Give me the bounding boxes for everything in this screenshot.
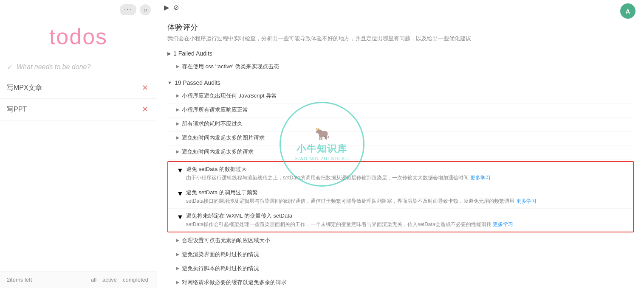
failed-audits-header[interactable]: ▶ 1 Failed Audits [167, 50, 634, 57]
passed-audits-header[interactable]: ▼ 19 Passed Audits [167, 79, 634, 86]
audit-item-content: 合理设置可点击元素的响应区域大小 [182, 237, 634, 245]
learn-more-link[interactable]: 更多学习 [493, 221, 513, 227]
top-bar: ··· ○ [0, 0, 157, 20]
audit-item-title: 避免渲染界面的耗时过长的情况 [182, 251, 634, 258]
section-desc: 我们会在小程序运行过程中实时检查，分析出一些可能导致体验不好的地方，并且定位出哪… [167, 35, 634, 42]
audit-item-content: 所有请求的耗时不应过久 [182, 120, 634, 129]
audit-item-title: 避免将未绑定在 WXML 的变量传入 setData [186, 212, 626, 220]
audit-item-title: 避免 setData 的调用过于频繁 [186, 189, 626, 196]
audit-item[interactable]: ▶ 对网络请求做必要的缓存以避免多余的请求 [167, 276, 634, 288]
stop-button[interactable]: ⊘ [173, 3, 179, 11]
audit-item-title: 避免执行脚本的耗时过长的情况 [182, 265, 634, 272]
audit-item[interactable]: ▶ 避免短时间内发起太多的图片请求 [167, 131, 634, 145]
user-avatar[interactable]: A [620, 3, 636, 19]
check-icon: ✓ [7, 62, 13, 72]
audit-item-setdata-freq[interactable]: ▼ 避免 setData 的调用过于频繁 setData接口的调用涉及逻辑层与渲… [168, 185, 633, 209]
audit-item-setdata-size[interactable]: ▼ 避免 setData 的数据过大 由于小程序运行逻辑线程与渲染线程之上，se… [168, 162, 633, 185]
play-button[interactable]: ▶ [164, 3, 169, 11]
expand-arrow: ▶ [176, 107, 179, 112]
audit-item-content: 小程序应避免出现任何 JavaScript 异常 [182, 92, 634, 101]
audit-item[interactable]: ▶ 小程序应避免出现任何 JavaScript 异常 [167, 89, 634, 103]
delete-button[interactable]: ✕ [140, 105, 150, 114]
audit-item-content: 避免将未绑定在 WXML 的变量传入 setData setData操作会引起框… [186, 212, 626, 228]
audit-item-content: 小程序所有请求应响应正常 [182, 106, 634, 115]
filter-buttons: all active completed [89, 276, 150, 284]
audit-item-content: 存在使用 css ':active' 伪类来实现点击态 [182, 63, 634, 71]
expand-arrow: ▼ [177, 213, 184, 221]
audit-item-content: 对网络请求做必要的缓存以避免多余的请求 [182, 279, 634, 287]
audit-item-title: 小程序应避免出现任何 JavaScript 异常 [182, 92, 634, 100]
audit-item-title: 存在使用 css ':active' 伪类来实现点击态 [182, 63, 634, 70]
expand-arrow: ▼ [167, 80, 172, 85]
audit-item-title: 合理设置可点击元素的响应区域大小 [182, 237, 634, 244]
right-panel: ▶ ⊘ A 体验评分 我们会在小程序运行过程中实时检查，分析出一些可能导致体验不… [157, 0, 644, 288]
audit-item-content: 避免渲染界面的耗时过长的情况 [182, 251, 634, 259]
learn-more-link[interactable]: 更多学习 [516, 198, 537, 204]
todo-item: 写PPT ✕ [0, 99, 157, 120]
input-area[interactable]: ✓ What needs to be done? [0, 57, 157, 77]
expand-arrow: ▶ [176, 64, 179, 69]
dots-button[interactable]: ··· [120, 4, 136, 15]
audit-item[interactable]: ▶ 避免短时间内发起太多的请求 [167, 145, 634, 159]
footer-bar: 2items left all active completed [0, 271, 157, 288]
expand-arrow: ▶ [176, 149, 179, 154]
expand-arrow: ▶ [176, 93, 179, 98]
todo-item-text: 写MPX文章 [7, 84, 140, 92]
audit-item-desc: setData操作会引起框架处理一些渲染层面相关的工作，一个未绑定的变量意味着与… [186, 221, 626, 228]
audit-item[interactable]: ▶ 所有请求的耗时不应过久 [167, 117, 634, 131]
input-placeholder: What needs to be done? [17, 63, 90, 71]
audit-item-title: 小程序所有请求应响应正常 [182, 106, 634, 114]
audit-item-content: 避免 setData 的数据过大 由于小程序运行逻辑线程与渲染线程之上，setD… [186, 165, 626, 182]
expand-arrow: ▶ [167, 51, 171, 56]
left-panel: ··· ○ todos ✓ What needs to be done? 写MP… [0, 0, 157, 288]
audit-item-desc: 由于小程序运行逻辑线程与渲染线程之上，setData的调用会把数据从逻辑层传输到… [186, 174, 626, 182]
audit-item[interactable]: ▶ 避免执行脚本的耗时过长的情况 [167, 262, 634, 276]
toolbar: ▶ ⊘ A [157, 0, 644, 15]
expand-arrow: ▼ [177, 190, 184, 198]
failed-audits-count: 1 Failed Audits [173, 50, 212, 57]
todo-item: 写MPX文章 ✕ [0, 77, 157, 99]
filter-all[interactable]: all [89, 276, 98, 284]
delete-button[interactable]: ✕ [140, 83, 150, 92]
expand-arrow: ▼ [177, 167, 184, 174]
audit-item[interactable]: ▶ 小程序所有请求应响应正常 [167, 103, 634, 117]
failed-audits-group: ▶ 1 Failed Audits ▶ 存在使用 css ':active' 伪… [167, 50, 634, 74]
audit-item-title: 避免短时间内发起太多的请求 [182, 148, 634, 156]
audit-item-content: 避免 setData 的调用过于频繁 setData接口的调用涉及逻辑层与渲染层… [186, 189, 626, 205]
circle-button[interactable]: ○ [140, 4, 151, 15]
audit-item-title: 避免短时间内发起太多的图片请求 [182, 134, 634, 142]
audit-item[interactable]: ▶ 避免渲染界面的耗时过长的情况 [167, 248, 634, 262]
expand-arrow: ▶ [176, 238, 179, 243]
audit-item-content: 避免短时间内发起太多的图片请求 [182, 134, 634, 143]
app-title: todos [0, 24, 157, 49]
audit-item-title: 所有请求的耗时不应过久 [182, 120, 634, 128]
passed-audits-group: ▼ 19 Passed Audits ▶ 小程序应避免出现任何 JavaScri… [167, 79, 634, 288]
audit-item[interactable]: ▶ 合理设置可点击元素的响应区域大小 [167, 234, 634, 248]
content-area: 体验评分 我们会在小程序运行过程中实时检查，分析出一些可能导致体验不好的地方，并… [157, 15, 644, 288]
highlighted-box: ▼ 避免 setData 的数据过大 由于小程序运行逻辑线程与渲染线程之上，se… [167, 161, 634, 232]
items-left: 2items left [7, 277, 32, 283]
filter-completed[interactable]: completed [121, 276, 150, 284]
audit-item-desc: setData接口的调用涉及逻辑层与渲染层间的线程通信，通信过于频繁可能导致处理… [186, 197, 626, 205]
filter-active[interactable]: active [101, 276, 119, 284]
expand-arrow: ▶ [176, 252, 179, 257]
todo-item-text: 写PPT [7, 105, 140, 114]
audit-item-content: 避免短时间内发起太多的请求 [182, 148, 634, 157]
audit-item-title: 对网络请求做必要的缓存以避免多余的请求 [182, 279, 634, 286]
audit-item-title: 避免 setData 的数据过大 [186, 165, 626, 173]
learn-more-link[interactable]: 更多学习 [470, 175, 491, 181]
passed-audits-count: 19 Passed Audits [175, 79, 220, 86]
expand-arrow: ▶ [176, 135, 179, 140]
audit-item-setdata-unbound[interactable]: ▼ 避免将未绑定在 WXML 的变量传入 setData setData操作会引… [168, 209, 633, 232]
todo-list: 写MPX文章 ✕ 写PPT ✕ [0, 77, 157, 271]
audit-item-content: 避免执行脚本的耗时过长的情况 [182, 265, 634, 273]
expand-arrow: ▶ [176, 121, 179, 126]
expand-arrow: ▶ [176, 280, 179, 285]
section-title: 体验评分 [167, 22, 634, 32]
audit-item-css-active[interactable]: ▶ 存在使用 css ':active' 伪类来实现点击态 [167, 60, 634, 74]
expand-arrow: ▶ [176, 266, 179, 271]
